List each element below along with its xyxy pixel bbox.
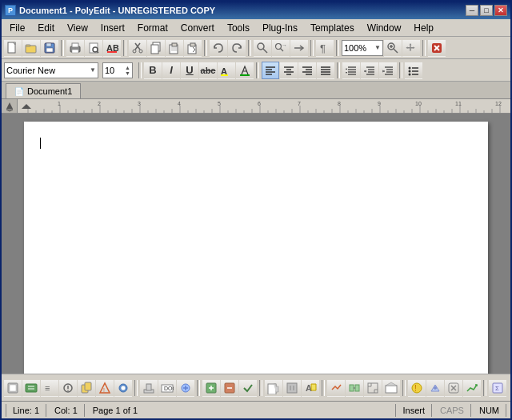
bt-btn-1[interactable] [4,379,22,397]
bt-btn-12[interactable] [221,379,238,397]
close-button[interactable]: ✕ [494,5,507,16]
svg-marker-152 [22,104,31,109]
zoom-in-button[interactable] [384,39,402,57]
menu-format[interactable]: Format [131,19,174,36]
separator-4 [248,40,251,56]
font-size-selector[interactable]: 10 ▲ ▼ [102,62,133,78]
menu-templates[interactable]: Templates [304,19,361,36]
svg-rect-8 [72,50,78,53]
bt-btn-14[interactable] [265,379,282,397]
svg-text:!: ! [414,384,417,393]
svg-rect-2 [26,45,30,46]
spell-check-button[interactable]: ABC [103,39,121,57]
menu-insert[interactable]: Insert [94,19,131,36]
separator-1 [61,40,64,56]
outdent-button[interactable] [361,62,378,79]
text-color-button[interactable] [236,62,254,79]
paste-button[interactable] [166,39,183,57]
menu-tools[interactable]: Tools [221,19,256,36]
minimize-button[interactable]: ─ [466,5,478,16]
svg-text:→: → [282,42,287,48]
italic-button[interactable]: I [162,62,180,79]
bt-btn-4[interactable] [59,379,77,397]
bt-btn-11[interactable] [202,379,220,397]
bottom-toolbar: ≡ ! DOC [2,374,510,401]
format-toolbar: Courier New ▼ 10 ▲ ▼ B I U abc A [2,59,510,82]
bt-btn-9[interactable]: DOC [158,379,176,397]
window-title: Document1 - PolyEdit - UNREGISTERED COPY [19,6,215,15]
bt-btn-10[interactable] [177,379,194,397]
menu-plugins[interactable]: Plug-Ins [256,19,304,36]
font-selector[interactable]: Courier New ▼ [4,62,98,78]
new-button[interactable] [4,39,22,57]
justify-button[interactable] [317,62,334,79]
document-tab[interactable]: 📄 Document1 [6,83,81,98]
document-page[interactable] [24,122,488,374]
paste-special-button[interactable] [184,39,202,57]
copy-button[interactable] [147,39,165,57]
bt-btn-21[interactable]: ! [408,379,426,397]
bt-btn-16[interactable]: A [302,379,319,397]
bullet-list-button[interactable] [405,62,422,79]
bt-btn-20[interactable] [382,379,400,397]
undo-button[interactable] [210,39,227,57]
bt-btn-24[interactable] [463,379,481,397]
menu-window[interactable]: Window [361,19,408,36]
align-right-button[interactable] [298,62,316,79]
goto-button[interactable] [290,39,308,57]
find-button[interactable] [254,39,271,57]
bt-btn-19[interactable] [364,379,382,397]
bt-btn-6[interactable]: ! [96,379,114,397]
menu-file[interactable]: File [3,19,31,36]
cut-button[interactable] [129,39,146,57]
bt-btn-23[interactable] [445,379,462,397]
menu-view[interactable]: View [61,19,94,36]
bold-button[interactable]: B [144,62,162,79]
tab-icon: 📄 [14,87,24,96]
save-button[interactable] [41,39,58,57]
svg-point-166 [121,386,126,390]
bt-btn-2[interactable] [22,379,40,397]
bt-btn-7[interactable] [114,379,132,397]
size-down-arrow[interactable]: ▼ [125,70,130,76]
size-up-arrow[interactable]: ▲ [125,65,130,70]
svg-line-27 [263,49,267,53]
bt-btn-18[interactable] [346,379,363,397]
print-button[interactable] [66,39,84,57]
bt-sep-5 [402,380,406,396]
align-left-button[interactable] [262,62,279,79]
maximize-button[interactable]: □ [480,5,493,16]
zoom-select[interactable]: 100% ▼ [342,40,383,56]
paragraph-marks-button[interactable]: ¶ [316,39,334,57]
bt-btn-8[interactable] [140,379,158,397]
svg-rect-4 [46,43,51,46]
clear-formatting-button[interactable] [428,39,446,57]
menu-edit[interactable]: Edit [31,19,61,36]
open-button[interactable] [22,39,40,57]
redo-button[interactable] [228,39,246,57]
indent-button[interactable] [379,62,397,79]
align-center-button[interactable] [280,62,298,79]
svg-text:8: 8 [338,101,341,106]
bt-btn-5[interactable] [78,379,95,397]
bt-btn-25[interactable]: Σ [489,379,506,397]
bt-btn-15[interactable] [283,379,301,397]
svg-text:!: ! [103,387,105,393]
line-spacing-button[interactable] [342,62,360,79]
menu-convert[interactable]: Convert [174,19,221,36]
document-area[interactable] [2,114,510,374]
svg-point-161 [67,390,69,391]
highlight-button[interactable]: A [218,62,235,79]
bt-btn-3[interactable]: ≡ [41,379,58,397]
bt-btn-13[interactable] [239,379,257,397]
bt-btn-17[interactable] [327,379,345,397]
svg-point-73 [409,73,411,75]
strikethrough-button[interactable]: abc [199,62,217,79]
print-preview-button[interactable] [85,39,102,57]
find-replace-button[interactable]: → [272,39,290,57]
svg-text:4: 4 [178,101,181,106]
bt-btn-22[interactable] [426,379,444,397]
underline-button[interactable]: U [181,62,198,79]
menu-help[interactable]: Help [407,19,440,36]
pan-button[interactable] [402,39,420,57]
